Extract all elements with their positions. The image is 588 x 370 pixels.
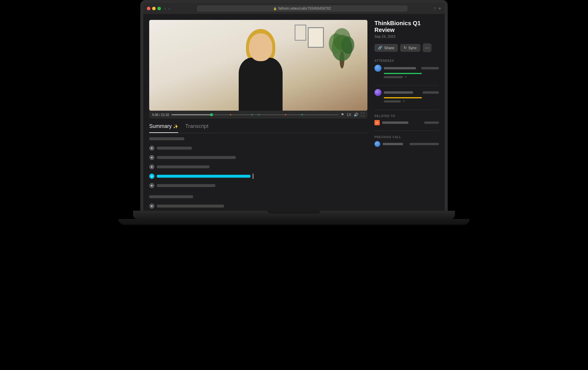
sparkle-icon: ✨	[173, 124, 178, 129]
divider-2	[374, 109, 439, 110]
svg-point-4	[333, 28, 351, 50]
previous-call-row	[374, 141, 439, 147]
divider-1	[374, 85, 439, 85]
sync-label: Sync	[408, 46, 417, 50]
camera-dot	[293, 5, 295, 7]
attendee-2-detail-bar-1	[384, 100, 401, 102]
attendee-1-action	[421, 67, 439, 69]
summary-section-2-label	[149, 195, 193, 198]
close-button[interactable]	[147, 7, 150, 10]
control-icons: ⚑ 1X 🔊 ⛶	[341, 112, 365, 117]
fullscreen-icon[interactable]: ⛶	[361, 112, 365, 117]
play-button-2[interactable]: ▶	[149, 155, 154, 160]
play-button-6[interactable]: ▶	[149, 203, 154, 209]
summary-item-2: ▶	[149, 154, 367, 161]
tabs-bar: Summary ✨ Transcript	[149, 119, 367, 133]
summary-bar-6	[157, 205, 224, 208]
attendee-1-progress	[384, 73, 422, 74]
attendee-2-action	[423, 91, 439, 94]
summary-bar-1	[157, 147, 192, 150]
attendee-2-progress	[384, 97, 422, 98]
play-button-5[interactable]: ▶	[149, 183, 154, 188]
speed-icon[interactable]: 1X	[347, 112, 351, 117]
share-button[interactable]: 🔗 Share	[374, 44, 398, 52]
share-label: Share	[384, 46, 394, 50]
forward-arrow[interactable]: ›	[168, 6, 170, 11]
back-arrow[interactable]: ‹	[164, 6, 166, 11]
video-frame	[149, 20, 367, 111]
ellipsis-icon: ⋯	[425, 45, 429, 51]
right-panel: ThinkBionics Q1 Review Sep 24, 2023 🔗 Sh…	[374, 20, 439, 211]
attendee-1-avatar-img	[374, 65, 381, 72]
video-player[interactable]	[149, 20, 367, 111]
related-to-item: H	[374, 120, 439, 125]
volume-icon[interactable]: 🔊	[354, 112, 358, 117]
lock-icon: 🔒	[273, 7, 277, 10]
summary-content: ▶ ▶ ▶ ▶	[149, 137, 367, 211]
play-button-1[interactable]: ▶	[149, 145, 154, 151]
previous-call-section-label: PREVIOUS CALL	[374, 136, 439, 139]
screen-content: 5:06 / 21:32 ⚑	[143, 14, 445, 211]
add-tab-icon[interactable]: +	[439, 6, 441, 11]
attendee-2-row	[374, 89, 439, 96]
more-options-button[interactable]: ⋯	[423, 43, 431, 52]
marker-3	[258, 114, 259, 115]
tab-transcript[interactable]: Transcript	[185, 123, 208, 133]
divider-3	[374, 131, 439, 131]
related-name-bar	[382, 121, 408, 124]
left-panel: 5:06 / 21:32 ⚑	[149, 20, 367, 211]
face	[249, 33, 272, 61]
flag-icon[interactable]: ⚑	[341, 112, 344, 117]
prev-call-duration	[410, 143, 439, 145]
summary-item-1: ▶	[149, 144, 367, 152]
progress-thumb	[210, 113, 213, 116]
nav-arrows: ‹ ›	[164, 6, 171, 11]
shirt	[238, 58, 282, 111]
current-time: 5:06 / 21:32	[152, 113, 169, 117]
attendee-2-avatar-img	[374, 89, 381, 96]
attendee-1-detail: ▾	[384, 75, 439, 79]
summary-item-3: ▶	[149, 163, 367, 171]
summary-item-5: ▶	[149, 182, 367, 189]
summary-item-4: ▶	[149, 172, 367, 180]
play-button-4[interactable]: ▶	[149, 174, 154, 179]
progress-bar[interactable]	[171, 114, 338, 115]
prev-call-avatar-img	[374, 141, 380, 147]
action-buttons: 🔗 Share ↻ Sync ⋯	[374, 43, 439, 52]
call-date: Sep 24, 2023	[374, 35, 439, 39]
summary-section-1-label	[149, 137, 184, 140]
attendee-2-avatar	[374, 89, 381, 96]
laptop-shell: ‹ › 🔒 fathom.video/calls/783450456782 ↑ …	[118, 0, 470, 370]
summary-bar-5	[157, 184, 215, 187]
summary-bar-4-active	[157, 175, 250, 178]
tab-summary-label: Summary	[149, 123, 172, 129]
marker-1	[230, 114, 231, 115]
sync-button[interactable]: ↻ Sync	[400, 44, 420, 52]
plant-decoration	[327, 25, 357, 68]
marker-4	[285, 114, 286, 115]
url-bar[interactable]: 🔒 fathom.video/calls/783450456782	[197, 5, 408, 12]
summary-bar-2	[157, 156, 236, 159]
attendees-section-label: ATTENDEES	[374, 59, 439, 62]
share-icon[interactable]: ↑	[434, 6, 436, 11]
attendee-2-name	[384, 91, 413, 94]
attendee-1-detail-bar-1	[384, 76, 403, 78]
laptop-body	[133, 211, 455, 219]
maximize-button[interactable]	[157, 7, 161, 10]
attendee-2-chevron[interactable]: ▾	[403, 100, 407, 103]
attendee-1-avatar	[374, 65, 381, 72]
laptop-notch	[268, 211, 320, 214]
summary-item-6: ▶	[149, 202, 367, 210]
tab-summary[interactable]: Summary ✨	[149, 123, 178, 133]
attendee-2-detail: ▾	[384, 100, 439, 103]
share-link-icon: 🔗	[378, 46, 382, 50]
attendee-1-chevron[interactable]: ▾	[405, 75, 409, 79]
marker-2	[252, 114, 253, 115]
minimize-button[interactable]	[152, 7, 156, 10]
attendee-item-1: ▾	[374, 65, 439, 79]
attendee-1-row	[374, 65, 439, 72]
traffic-lights	[147, 7, 161, 10]
call-title: ThinkBionics Q1 Review	[374, 20, 439, 33]
laptop-screen: ‹ › 🔒 fathom.video/calls/783450456782 ↑ …	[140, 0, 448, 211]
play-button-3[interactable]: ▶	[149, 164, 154, 169]
